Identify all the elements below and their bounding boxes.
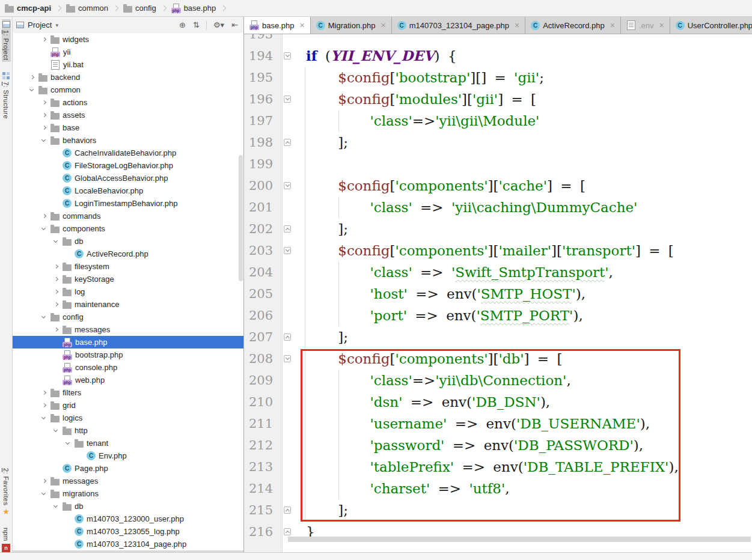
chevron-down-icon[interactable] [52,427,60,434]
tree-item-m140703-123104-page-php[interactable]: Cm140703_123104_page.php [13,538,243,550]
tree-item-env-php[interactable]: CEnv.php [13,449,243,462]
tool-button-1-project[interactable]: 1: Project [2,19,11,62]
fold-collapse-marker[interactable] [284,139,291,146]
chevron-right-icon[interactable] [40,99,47,106]
locate-icon[interactable]: ⊕ [177,21,188,29]
tree-item-logics[interactable]: logics [13,412,243,424]
tree-item-base[interactable]: base [13,121,243,134]
tree-item-backend[interactable]: backend [13,71,243,84]
chevron-right-icon[interactable] [52,263,60,270]
tree-item-localebehavior-php[interactable]: CLocaleBehavior.php [13,184,243,197]
close-icon[interactable]: × [610,20,615,30]
breadcrumb-item-common[interactable]: common [66,4,108,13]
tree-item-widgets[interactable]: widgets [13,33,243,46]
chevron-down-icon[interactable] [52,503,60,510]
fold-collapse-marker[interactable] [284,225,291,233]
tab-env[interactable]: .env× [621,17,670,34]
chevron-right-icon[interactable] [40,402,47,409]
tree-item-grid[interactable]: grid [13,399,243,412]
tree-item-m140703-123000-user-php[interactable]: Cm140703_123000_user.php [13,513,243,525]
chevron-right-icon[interactable] [52,288,60,296]
tree-scrollbar[interactable] [239,155,243,281]
tree-item-activerecord-php[interactable]: CActiveRecord.php [13,248,243,260]
tree-item-messages[interactable]: messages [13,475,243,487]
breadcrumb-item-cmcp-api[interactable]: cmcp-api [5,4,51,13]
tool-button-2-favorites[interactable]: 2: Favorites★ [2,466,10,517]
tree-item-yii-bat[interactable]: yii.bat [13,58,243,71]
tree-item-behaviors[interactable]: behaviors [13,134,243,147]
tree-item-bootstrap-php[interactable]: bootstrap.php [13,348,243,361]
chevron-down-icon[interactable] [40,415,47,422]
tree-item-components[interactable]: components [13,222,243,235]
tree-item-db[interactable]: db [13,500,243,513]
chevron-right-icon[interactable] [28,74,35,81]
breadcrumb-item-config[interactable]: config [123,4,156,13]
tab-m140703-123104-page-php[interactable]: Cm140703_123104_page.php× [392,17,525,34]
fold-expand-marker[interactable] [284,96,291,103]
chevron-right-icon[interactable] [40,124,47,132]
chevron-right-icon[interactable] [52,276,60,283]
tree-item-globalaccessbehavior-php[interactable]: CGlobalAccessBehavior.php [13,172,243,184]
editor-horizontal-scrollbar[interactable] [288,537,751,542]
close-icon[interactable]: × [659,20,664,30]
tree-item-config[interactable]: config [13,311,243,323]
tree-item-common[interactable]: common [13,84,243,96]
chevron-right-icon[interactable] [40,389,47,397]
fold-collapse-marker[interactable] [284,333,291,341]
tool-button-7-structure[interactable]: 7: Structure [2,70,10,121]
hide-panel-icon[interactable]: ⇤ [230,21,240,29]
tree-item-messages[interactable]: messages [13,323,243,336]
chevron-right-icon[interactable] [52,301,60,308]
tree-item-cacheinvalidatebehavior-php[interactable]: CCacheInvalidateBehavior.php [13,147,243,159]
tab-activerecord-php[interactable]: CActiveRecord.php× [525,17,621,34]
chevron-down-icon[interactable] [28,87,35,94]
breadcrumb-item-base-php[interactable]: base.php [171,4,216,13]
fold-expand-marker[interactable] [284,247,291,254]
tree-item-commands[interactable]: commands [13,210,243,222]
chevron-right-icon[interactable] [40,36,47,43]
tree-item-http[interactable]: http [13,424,243,437]
settings-gear-icon[interactable]: ⚙▾ [212,21,226,29]
tree-item-maintenance[interactable]: maintenance [13,298,243,311]
tree-item-filters[interactable]: filters [13,386,243,399]
tree-item-web-php[interactable]: web.php [13,374,243,386]
chevron-down-icon[interactable] [40,490,47,498]
fold-expand-marker[interactable] [284,182,291,189]
chevron-right-icon[interactable] [52,326,60,333]
tab-usercontroller-php[interactable]: CUserController.php× [670,17,752,34]
tree-item-yii[interactable]: yii [13,46,243,58]
tree-item-console-php[interactable]: console.php [13,361,243,374]
fold-expand-marker[interactable] [284,355,291,362]
fold-expand-marker[interactable] [284,52,291,59]
tree-item-db[interactable]: db [13,235,243,248]
tree-item-filesystem[interactable]: filesystem [13,260,243,273]
tree-item-actions[interactable]: actions [13,96,243,109]
close-icon[interactable]: × [300,20,305,30]
chevron-right-icon[interactable] [40,112,47,119]
chevron-down-icon[interactable] [40,225,47,233]
chevron-right-icon[interactable] [40,213,47,220]
tab-migration-php[interactable]: CMigration.php× [311,17,392,34]
close-icon[interactable]: × [515,20,519,30]
tree-item-m140703-123055-log-php[interactable]: Cm140703_123055_log.php [13,525,243,538]
editor-code-area[interactable]: 193194if (YII_ENV_DEV) {195 $config['boo… [244,34,752,560]
tree-item-base-php[interactable]: base.php [13,336,243,348]
tree-item-tenant[interactable]: tenant [13,437,243,449]
chevron-down-icon[interactable]: ▾ [55,22,58,28]
chevron-down-icon[interactable] [40,314,47,321]
tree-item-log[interactable]: log [13,285,243,298]
chevron-down-icon[interactable] [52,238,60,245]
tree-item-page-php[interactable]: CPage.php [13,462,243,475]
fold-collapse-marker[interactable] [284,528,291,535]
tree-item-migrations[interactable]: migrations [13,487,243,500]
fold-collapse-marker[interactable] [284,507,291,514]
chevron-down-icon[interactable] [40,137,47,144]
close-icon[interactable]: × [381,20,385,30]
chevron-right-icon[interactable] [40,478,47,485]
tree-item-filestoragelogbehavior-php[interactable]: CFileStorageLogBehavior.php [13,159,243,172]
tree-item-keystorage[interactable]: keyStorage [13,273,243,285]
tool-button-npm[interactable]: npmn [1,526,11,554]
tree-item-logintimestampbehavior-php[interactable]: CLoginTimestampBehavior.php [13,197,243,210]
tab-base-php[interactable]: base.php× [244,17,311,34]
collapse-all-icon[interactable]: ⇅ [191,21,201,29]
